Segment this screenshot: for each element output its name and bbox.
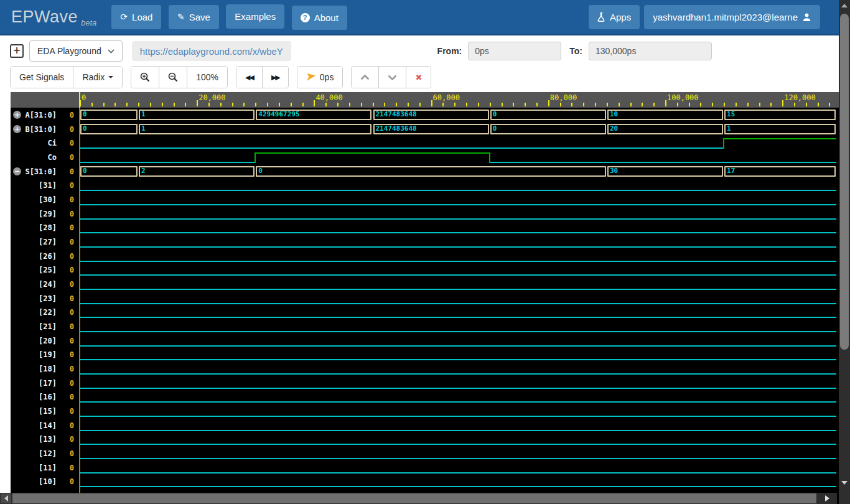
move-signal-down-button[interactable] [378, 67, 406, 88]
signal-name[interactable]: [23] [39, 294, 57, 303]
signal-name[interactable]: [14] [39, 421, 57, 430]
signal-name-row: [29]0 [11, 207, 78, 222]
signal-waveform-lane[interactable] [78, 475, 838, 489]
expand-icon[interactable]: + [13, 125, 21, 133]
share-url[interactable]: https://edaplayground.com/x/wbeY [132, 41, 291, 61]
user-menu-button[interactable]: yashvardhan1.mitmpl2023@learne [644, 5, 820, 29]
get-signals-button[interactable]: Get Signals [11, 67, 73, 88]
vertical-scrollbar-thumb[interactable] [840, 14, 849, 350]
move-signal-up-button[interactable] [352, 67, 378, 88]
workspace-select[interactable]: EDA Playground [29, 40, 123, 62]
signal-name[interactable]: [17] [39, 379, 57, 388]
signal-waveform-lane[interactable] [78, 151, 838, 165]
about-button[interactable]: ? About [292, 6, 347, 30]
signal-name[interactable]: [20] [39, 337, 57, 345]
signal-name[interactable]: B[31:0] [25, 125, 57, 134]
signal-name[interactable]: [24] [39, 280, 57, 289]
collapse-icon[interactable]: − [13, 167, 21, 175]
ruler-tick [677, 103, 678, 106]
signal-name[interactable]: [11] [39, 464, 57, 472]
radix-dropdown-button[interactable]: Radix [73, 67, 122, 88]
signal-waveform-lane[interactable] [78, 136, 838, 151]
horizontal-scrollbar[interactable] [0, 493, 837, 504]
signal-waveform-lane[interactable]: 0121474836480201 [78, 123, 838, 137]
signal-waveform-lane[interactable] [78, 263, 838, 278]
ruler-tick [829, 103, 830, 106]
signal-waveform-lane[interactable] [78, 250, 838, 264]
waveform-panel[interactable]: 020,00040,00060,00080,000100,000120,000 … [11, 92, 839, 493]
signal-waveform-lane[interactable] [78, 193, 838, 207]
timeline-ruler[interactable]: 020,00040,00060,00080,000100,000120,000 [11, 92, 839, 108]
ruler-label: 0 [82, 93, 86, 102]
signal-name[interactable]: [21] [39, 322, 57, 331]
signal-waveform-lane[interactable] [78, 306, 838, 320]
signal-waveform-lane[interactable] [78, 292, 838, 306]
scroll-up-button[interactable] [839, 1, 850, 10]
timeline-cursor-ruler-mark[interactable] [79, 92, 80, 108]
signal-waveform-lane[interactable] [78, 334, 838, 348]
ruler-tick [770, 103, 772, 106]
to-input[interactable] [589, 42, 712, 60]
add-wave-button[interactable]: + [10, 44, 24, 58]
signal-waveform-lane[interactable] [78, 447, 838, 461]
scroll-right-button[interactable] [820, 493, 834, 503]
fast-forward-button[interactable]: ▶▶ [262, 67, 288, 88]
ruler-tick [185, 103, 186, 106]
signal-name[interactable]: Co [48, 153, 57, 162]
zoom-out-button[interactable] [159, 67, 187, 88]
load-button[interactable]: ⟳ Load [111, 5, 161, 29]
ruler-tick [700, 103, 701, 106]
signal-name[interactable]: [28] [39, 223, 57, 232]
scroll-down-button[interactable] [839, 478, 850, 488]
from-input[interactable] [468, 42, 561, 60]
signal-name[interactable]: [27] [39, 238, 57, 246]
signal-name[interactable]: [29] [39, 210, 57, 218]
signal-waveform-lane[interactable] [78, 362, 838, 376]
signal-name-row: [28]0 [11, 221, 78, 235]
signal-waveform-lane[interactable] [78, 461, 838, 475]
signal-waveform-lane[interactable] [78, 278, 838, 292]
signal-waveform-lane[interactable]: 014294967295214748364801015 [78, 108, 838, 123]
signal-name[interactable]: Ci [48, 139, 57, 147]
signal-name[interactable]: [15] [39, 407, 57, 416]
signal-waveform-lane[interactable] [78, 320, 838, 334]
refresh-icon: ⟳ [120, 12, 128, 21]
signal-waveform-lane[interactable] [78, 419, 838, 433]
signal-name[interactable]: S[31:0] [25, 167, 57, 176]
signal-name[interactable]: [16] [39, 393, 57, 401]
goto-cursor-button[interactable]: 0ps [297, 67, 343, 88]
signal-waveform-lane[interactable] [78, 235, 838, 250]
signal-name[interactable]: [30] [39, 195, 57, 204]
remove-signal-button[interactable]: ✖ [406, 67, 431, 88]
signal-waveform-lane[interactable] [78, 221, 838, 235]
signal-name[interactable]: [10] [39, 477, 57, 486]
expand-icon[interactable]: + [13, 111, 21, 119]
signal-name[interactable]: [12] [39, 449, 57, 458]
get-signals-label: Get Signals [19, 72, 64, 82]
examples-button[interactable]: Examples [226, 4, 284, 29]
signal-name[interactable]: [18] [39, 365, 57, 373]
signal-name[interactable]: [13] [39, 435, 57, 444]
zoom-in-button[interactable] [131, 67, 159, 88]
horizontal-scrollbar-thumb[interactable] [12, 493, 816, 503]
signal-waveform-lane[interactable] [78, 376, 838, 391]
apps-button[interactable]: Apps [589, 5, 640, 29]
save-button[interactable]: ✎ Save [169, 5, 219, 29]
signal-waveform-lane[interactable] [78, 390, 838, 404]
signal-name[interactable]: [26] [39, 252, 57, 261]
signal-waveform-lane[interactable] [78, 404, 838, 419]
signal-name[interactable]: [19] [39, 350, 57, 359]
signal-name[interactable]: [25] [39, 266, 57, 274]
fast-backward-button[interactable]: ◀◀ [236, 67, 262, 88]
vertical-scrollbar[interactable] [839, 0, 850, 504]
zoom-level-button[interactable]: 100% [187, 67, 227, 88]
signal-waveform-lane[interactable] [78, 179, 838, 193]
signal-name[interactable]: A[31:0] [25, 111, 57, 119]
signal-waveform-lane[interactable]: 0203017 [78, 165, 838, 179]
scroll-left-button[interactable] [1, 493, 11, 503]
signal-waveform-lane[interactable] [78, 432, 838, 447]
signal-waveform-lane[interactable] [78, 348, 838, 362]
signal-waveform-lane[interactable] [78, 207, 838, 222]
signal-name[interactable]: [22] [39, 308, 57, 317]
signal-name[interactable]: [31] [39, 181, 57, 190]
